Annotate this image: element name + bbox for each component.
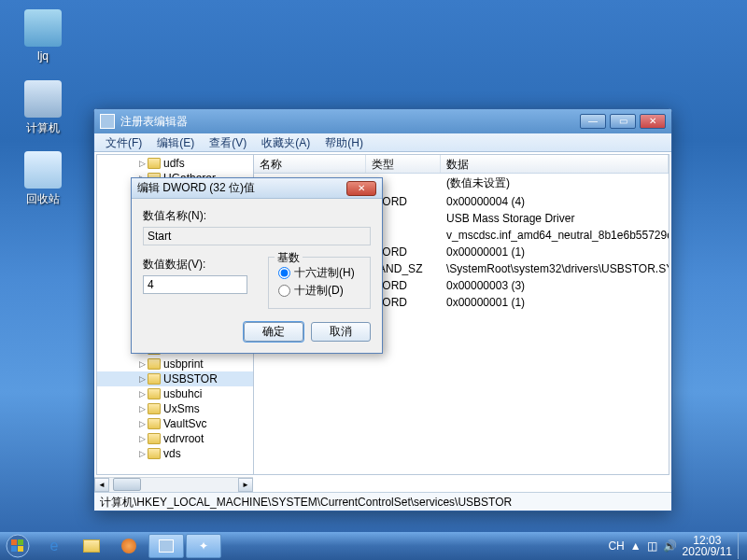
tray-network-icon[interactable]: ◫ [647,539,657,553]
tree-node[interactable]: ▷USBSTOR [97,371,253,386]
tree-node[interactable]: ▷UxSms [97,401,253,416]
desktop-icon-user[interactable]: ljq [15,9,71,63]
cancel-button[interactable]: 取消 [311,322,371,342]
value-data-label: 数值数据(V): [143,257,255,273]
tree-twist-icon[interactable]: ▷ [136,434,148,443]
value-data-field[interactable] [143,275,247,294]
svg-rect-4 [18,546,23,552]
folder-icon [148,158,161,169]
tree-node[interactable]: ▷vdrvroot [97,431,253,446]
show-desktop-button[interactable] [738,533,743,559]
radix-hex-label: 十六进制(H) [294,265,355,281]
cell-data: 0x00000003 (3) [441,278,669,293]
tree-node-label: udfs [163,157,185,170]
tree-node-label: vdrvroot [163,432,204,445]
wmp-icon [121,539,136,553]
menu-file[interactable]: 文件(F) [98,133,149,151]
menu-fav[interactable]: 收藏夹(A) [254,133,317,151]
statusbar: 计算机\HKEY_LOCAL_MACHINE\SYSTEM\CurrentCon… [94,492,671,511]
cell-data: USB Mass Storage Driver [441,211,669,226]
ie-icon: e [50,538,59,554]
radix-dec-label: 十进制(D) [294,283,344,299]
taskbar-wmp[interactable] [111,534,147,558]
tree-node-label: USBSTOR [163,372,218,385]
taskbar: e ✦ CH ▲ ◫ 🔊 12:03 2020/9/11 [0,532,747,560]
desktop-icon-computer[interactable]: 计算机 [15,80,71,136]
taskbar-ie[interactable]: e [36,534,72,558]
radix-group: 基数 十六进制(H) 十进制(D) [268,257,371,309]
col-data[interactable]: 数据 [441,155,669,173]
tree-twist-icon[interactable]: ▷ [136,404,148,413]
app2-icon: ✦ [199,539,208,553]
maximize-button[interactable]: ▭ [610,114,636,129]
tree-node[interactable]: ▷vds [97,446,253,461]
menu-help[interactable]: 帮助(H) [317,133,371,151]
minimize-button[interactable]: — [580,114,606,129]
menubar: 文件(F) 编辑(E) 查看(V) 收藏夹(A) 帮助(H) [94,133,671,152]
radix-legend: 基数 [275,250,303,266]
svg-rect-2 [18,539,23,545]
tree-node[interactable]: ▷VaultSvc [97,416,253,431]
menu-edit[interactable]: 编辑(E) [149,133,202,151]
scroll-left-button[interactable]: ◄ [94,478,109,492]
value-name-field [143,227,371,245]
titlebar[interactable]: 注册表编辑器 — ▭ ✕ [94,109,671,133]
scroll-right-button[interactable]: ► [238,478,253,492]
windows-logo-icon [6,534,30,558]
folder-icon [148,403,161,414]
folder-icon [148,373,161,385]
tree-twist-icon[interactable]: ▷ [136,389,148,399]
folder-icon [148,418,161,429]
ok-button[interactable]: 确定 [244,322,303,342]
tree-hscroll[interactable]: ◄ ► [94,477,253,492]
cell-data: 0x00000004 (4) [441,194,669,209]
tree-node-label: usbprint [163,357,204,371]
edit-dword-dialog: 编辑 DWORD (32 位)值 ✕ 数值名称(N): 数值数据(V): 基数 … [131,177,383,354]
tray-clock[interactable]: 12:03 2020/9/11 [683,535,732,557]
menu-view[interactable]: 查看(V) [202,133,254,151]
desktop-icon-label: ljq [15,49,71,63]
tray-lang[interactable]: CH [608,539,624,553]
folder-icon [148,358,161,370]
close-button[interactable]: ✕ [640,114,666,129]
folder-icon [148,388,161,399]
tree-node[interactable]: ▷udfs [97,156,253,171]
tree-twist-icon[interactable]: ▷ [136,159,148,168]
tree-node-label: usbuhci [163,387,202,400]
desktop-icon-recycle-bin[interactable]: 回收站 [15,151,71,207]
desktop-icon-label: 计算机 [15,120,71,136]
tree-node-label: UxSms [163,402,200,415]
tree-node-label: vds [163,447,181,460]
taskbar-explorer[interactable] [74,534,109,558]
window-title: 注册表编辑器 [120,114,188,130]
tree-twist-icon[interactable]: ▷ [136,419,148,428]
folder-icon [83,539,100,553]
cell-data: v_mscdsc.inf_amd64_neutral_8b1e6b55729c3… [441,228,669,243]
list-header[interactable]: 名称 类型 数据 [254,155,669,174]
svg-rect-3 [11,546,17,552]
col-name[interactable]: 名称 [254,155,366,173]
col-type[interactable]: 类型 [366,155,441,173]
tree-twist-icon[interactable]: ▷ [136,359,148,369]
taskbar-app2[interactable]: ✦ [186,534,221,558]
folder-icon [148,433,161,444]
desktop-icon-label: 回收站 [15,191,71,207]
app-icon [100,114,115,129]
cell-data: 0x00000001 (1) [441,295,669,310]
scroll-thumb[interactable] [113,478,141,491]
dialog-titlebar[interactable]: 编辑 DWORD (32 位)值 ✕ [132,178,382,199]
tree-node[interactable]: ▷usbuhci [97,386,253,401]
tree-twist-icon[interactable]: ▷ [136,449,148,458]
value-name-label: 数值名称(N): [143,208,371,224]
dialog-close-button[interactable]: ✕ [346,181,376,196]
tray-volume-icon[interactable]: 🔊 [663,539,677,553]
radix-dec-radio[interactable] [278,285,290,297]
tray-flag-icon[interactable]: ▲ [630,539,641,553]
scroll-track[interactable] [109,478,238,492]
taskbar-regedit[interactable] [148,534,184,558]
radix-hex-radio[interactable] [278,267,290,279]
tree-node[interactable]: ▷usbprint [97,357,253,371]
tree-twist-icon[interactable]: ▷ [136,374,148,384]
start-button[interactable] [0,532,35,560]
dialog-title: 编辑 DWORD (32 位)值 [137,180,255,196]
